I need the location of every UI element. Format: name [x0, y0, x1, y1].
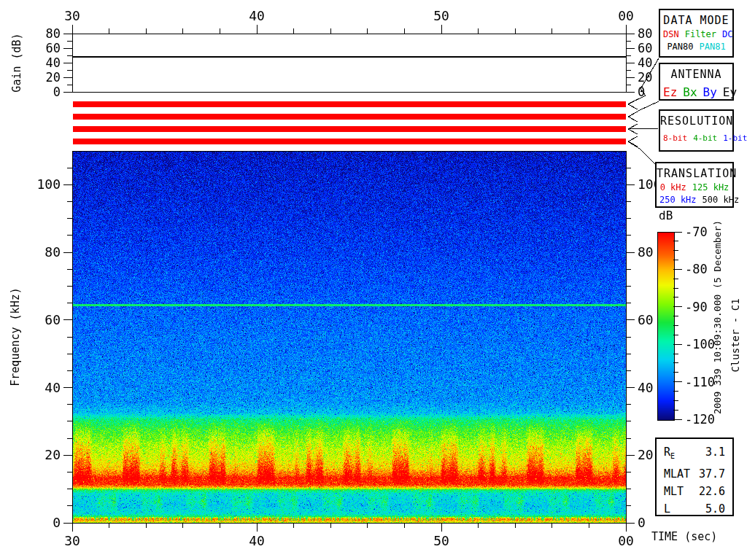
ephemeris-label: L	[664, 500, 670, 518]
antenna-option: Ey	[723, 85, 737, 99]
gain-tick-label-left: 20	[46, 70, 61, 85]
ephemeris-value: 3.1	[705, 443, 725, 465]
data-mode-panel: DATA MODE DSNFilterDCPAN80PAN81	[659, 9, 734, 58]
ephemeris-label: MLAT	[664, 465, 690, 483]
resolution-panel: RESOLUTION 8-bit4-bit1-bit	[659, 109, 734, 152]
arrowhead	[628, 136, 638, 141]
gain-tick-label-left: 60	[46, 41, 61, 55]
freq-tick-label-left: 20	[44, 447, 61, 462]
arrowhead	[628, 99, 638, 104]
ephemeris-value: 5.0	[705, 500, 725, 518]
ephemeris-label: MLT	[664, 483, 684, 500]
freq-tick-label-left: 40	[44, 380, 61, 395]
translation-options-row: 250 kHz500 kHz	[657, 195, 732, 205]
gain-tick-label-right: 80	[638, 26, 652, 41]
colorbar-tick-label: -120	[685, 412, 715, 427]
freq-tick-label-right: 20	[638, 447, 654, 462]
translation-option: 0 kHz	[660, 182, 686, 192]
arrowhead	[628, 124, 638, 129]
time-tick-label-bottom: 50	[433, 533, 449, 548]
freq-tick-label-left: 0	[53, 515, 61, 530]
gain-tick-label-left: 80	[46, 26, 61, 41]
data_mode-options-row: DSNFilterDC	[660, 29, 732, 39]
colorbar-tick-label: -110	[685, 375, 715, 389]
ephemeris-label: RE	[664, 443, 675, 465]
arrowhead	[628, 112, 638, 117]
gain-plot-frame	[72, 34, 626, 92]
gain-tick-label-right: 20	[638, 70, 652, 85]
ephemeris-row: MLAT37.7	[664, 465, 725, 483]
wbd-spectrogram-display: 3030404050500000002020404060608080002020…	[0, 0, 747, 560]
colorbar-title: dB	[659, 209, 673, 222]
panel-connector	[629, 128, 659, 129]
colorbar-canvas	[657, 232, 675, 421]
spacecraft-label: Cluster - C1	[729, 226, 741, 445]
time-axis-title: TIME (sec)	[651, 530, 717, 543]
ephemeris-row: L5.0	[664, 500, 725, 518]
colorbar-tick-label: -70	[685, 225, 708, 239]
ephemeris-row: MLT22.6	[664, 483, 725, 500]
gain-axis-title: Gain (dB)	[10, 4, 22, 121]
gain-tick-label-left: 40	[46, 55, 61, 70]
colorbar-tick-label: -100	[685, 337, 715, 351]
arrowhead	[628, 129, 638, 134]
antenna-panel: ANTENNA EzBxByEy	[659, 63, 734, 101]
translation-options-row: 0 kHz125 kHz	[657, 182, 732, 192]
antenna-option: By	[703, 85, 717, 99]
frequency-axis-title: Frequency (kHz)	[9, 264, 20, 410]
gain-tick-label-right: 40	[638, 55, 652, 70]
ephemeris-row: RE3.1	[664, 443, 725, 465]
status-bar-antenna	[73, 114, 626, 120]
resolution-option: 8-bit	[663, 133, 687, 143]
data_mode-options-row: PAN80PAN81	[660, 42, 732, 52]
translation-panel-title: TRANSLATION	[657, 167, 732, 180]
time-tick-label-bottom: 40	[249, 533, 265, 548]
translation-option: 500 kHz	[703, 195, 740, 205]
arrowhead	[628, 104, 638, 109]
panel-connector	[629, 142, 655, 164]
panel-connector	[629, 101, 659, 117]
colorbar-tick-label: -90	[685, 300, 708, 314]
translation-panel: TRANSLATION 0 kHz125 kHz250 kHz500 kHz	[655, 162, 734, 208]
gain-tick-label-right: 60	[638, 41, 652, 55]
freq-tick-label-right: 40	[638, 380, 654, 395]
freq-tick-label-left: 100	[36, 176, 61, 192]
time-tick-label-bottom: 30	[64, 533, 80, 548]
antenna-options-row: EzBxByEy	[660, 85, 732, 99]
resolution-option: 4-bit	[693, 133, 717, 143]
time-tick-label-top: 30	[64, 8, 80, 23]
arrowhead	[628, 117, 638, 122]
panel-connector	[629, 58, 659, 104]
data_mode-option: DSN	[663, 29, 679, 39]
data_mode-option: DC	[722, 29, 732, 39]
antenna-option: Ez	[663, 85, 677, 99]
colorbar-tick-label: -80	[685, 262, 708, 276]
freq-tick-label-right: 80	[638, 244, 654, 260]
data_mode-option: PAN81	[700, 42, 726, 52]
data_mode-option: PAN80	[667, 42, 693, 52]
resolution-option: 1-bit	[723, 133, 747, 143]
status-bar-translation	[73, 139, 626, 144]
antenna-option: Bx	[683, 85, 697, 99]
freq-tick-label-left: 60	[44, 312, 61, 327]
time-tick-label-bottom: 00	[618, 533, 634, 548]
gain-tick-label-right: 0	[638, 85, 645, 99]
resolution-panel-title: RESOLUTION	[660, 114, 732, 128]
status-bar-data-mode	[73, 101, 626, 107]
translation-option: 250 kHz	[659, 195, 697, 205]
status-bar-resolution	[73, 126, 626, 132]
translation-option: 125 kHz	[692, 182, 729, 192]
freq-tick-label-left: 80	[44, 244, 61, 260]
resolution-options-row: 8-bit4-bit1-bit	[660, 133, 732, 143]
freq-tick-label-right: 0	[638, 515, 646, 530]
ephemeris-value: 37.7	[699, 465, 725, 483]
spectrogram-canvas	[73, 152, 626, 523]
time-tick-label-top: 50	[433, 8, 449, 23]
arrowhead	[628, 141, 638, 147]
ephemeris-value: 22.6	[699, 483, 725, 500]
ephemeris-panel: RE3.1MLAT37.7MLT22.6L5.0	[655, 438, 734, 516]
data-mode-panel-title: DATA MODE	[660, 14, 732, 27]
datetime-label: 2009 339 10:09:30.000 (5 December)	[712, 208, 724, 427]
time-tick-label-top: 00	[618, 8, 634, 23]
time-tick-label-top: 40	[249, 8, 265, 23]
